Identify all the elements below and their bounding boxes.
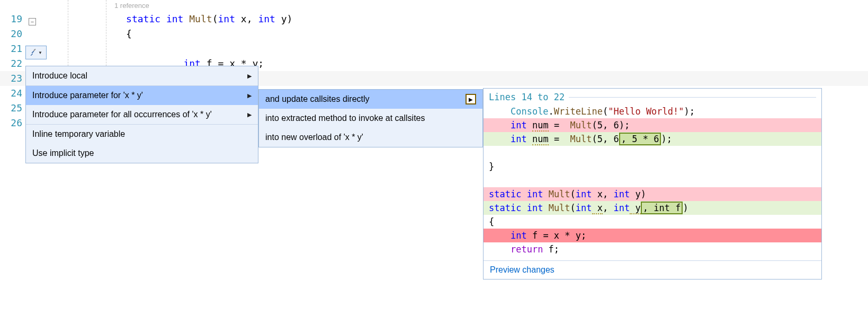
codelens-reference[interactable]: 1 reference <box>114 0 292 12</box>
added-text-highlight: , int f <box>641 202 683 214</box>
diff-line <box>484 173 821 187</box>
diff-line: { <box>484 215 821 229</box>
preview-panel: Lines 14 to 22 Console.WriteLine("Hello … <box>483 88 822 280</box>
svg-rect-0 <box>32 51 34 54</box>
added-text-highlight: , 5 * 6 <box>619 133 661 145</box>
svg-rect-1 <box>33 49 35 51</box>
submenu-item-update-callsites[interactable]: and update callsites directly ▶ <box>259 90 482 109</box>
diff-line-added: int num = Mult(5, 6, 5 * 6); <box>484 132 821 146</box>
diff-line: Console.WriteLine("Hello World!"); <box>484 104 821 118</box>
diff-line-removed: int num = Mult(5, 6); <box>484 118 821 132</box>
submenu-item-extracted-method[interactable]: into extracted method to invoke at calls… <box>259 109 482 128</box>
diff-line-removed: int f = x * y; <box>484 229 821 242</box>
fold-toggle-icon[interactable]: − <box>29 18 36 25</box>
line-number: 19 <box>0 12 22 27</box>
quick-actions-submenu: and update callsites directly ▶ into ext… <box>258 89 483 147</box>
submenu-arrow-icon: ▶ <box>466 94 476 104</box>
line-number: 20 <box>0 27 22 41</box>
screwdriver-icon <box>30 49 37 56</box>
quick-actions-button[interactable]: ▼ <box>25 46 47 59</box>
menu-item-inline-temporary[interactable]: Inline temporary variable <box>26 125 258 144</box>
submenu-arrow-icon: ▶ <box>247 92 252 99</box>
line-number: 25 <box>0 101 22 116</box>
diff-line-added: static int Mult(int x, int y, int f) <box>484 201 821 215</box>
code-line[interactable]: static int Mult(int x, int y) <box>57 12 292 27</box>
preview-diff: Console.WriteLine("Hello World!"); int n… <box>484 104 821 260</box>
preview-header-rule <box>569 97 816 98</box>
preview-footer: Preview changes <box>484 260 821 279</box>
diff-line <box>484 146 821 160</box>
quick-actions-menu: Introduce local ▶ Introduce parameter fo… <box>25 66 258 163</box>
submenu-item-new-overload[interactable]: into new overload of 'x * y' <box>259 128 482 147</box>
preview-range-label: Lines 14 to 22 <box>489 92 565 102</box>
menu-item-introduce-parameter-all[interactable]: Introduce parameter for all occurrences … <box>26 105 258 124</box>
preview-changes-link[interactable]: Preview changes <box>490 265 554 274</box>
menu-item-introduce-parameter[interactable]: Introduce parameter for 'x * y' ▶ <box>26 86 258 105</box>
line-number: 23 <box>0 71 22 86</box>
code-line[interactable]: { <box>57 27 292 41</box>
preview-header: Lines 14 to 22 <box>484 89 821 104</box>
submenu-arrow-icon: ▶ <box>247 73 252 80</box>
line-number: 22 <box>0 56 22 71</box>
line-number: 26 <box>0 116 22 130</box>
diff-line: } <box>484 160 821 173</box>
diff-line: return f; <box>484 242 821 256</box>
line-number-gutter: 19 20 21 22 23 24 25 26 <box>0 0 25 130</box>
line-number: 21 <box>0 41 22 56</box>
menu-item-introduce-local[interactable]: Introduce local ▶ <box>26 66 258 85</box>
code-line-current[interactable]: int f = x * y; <box>57 41 292 56</box>
submenu-arrow-icon: ▶ <box>247 111 252 118</box>
diff-line-removed: static int Mult(int x, int y) <box>484 187 821 201</box>
menu-item-use-implicit-type[interactable]: Use implicit type <box>26 144 258 163</box>
line-number: 24 <box>0 86 22 101</box>
dropdown-caret-icon: ▼ <box>38 50 42 55</box>
